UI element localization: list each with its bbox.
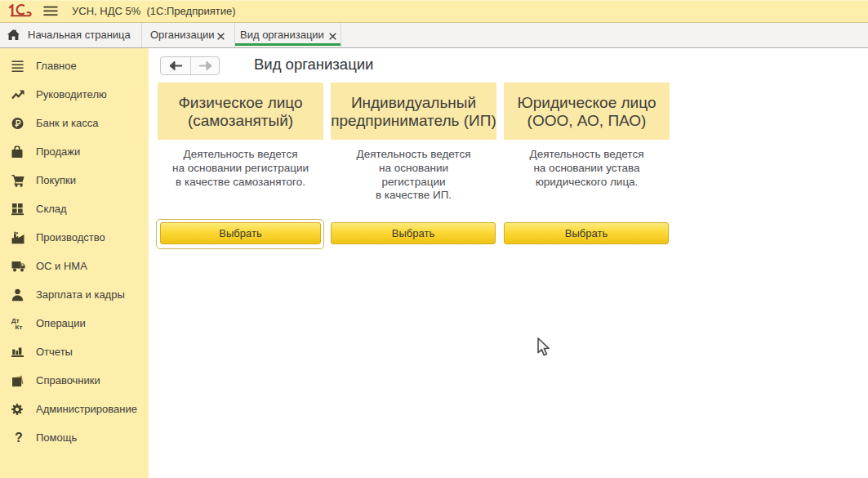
svg-text:Кт: Кт xyxy=(16,324,23,331)
